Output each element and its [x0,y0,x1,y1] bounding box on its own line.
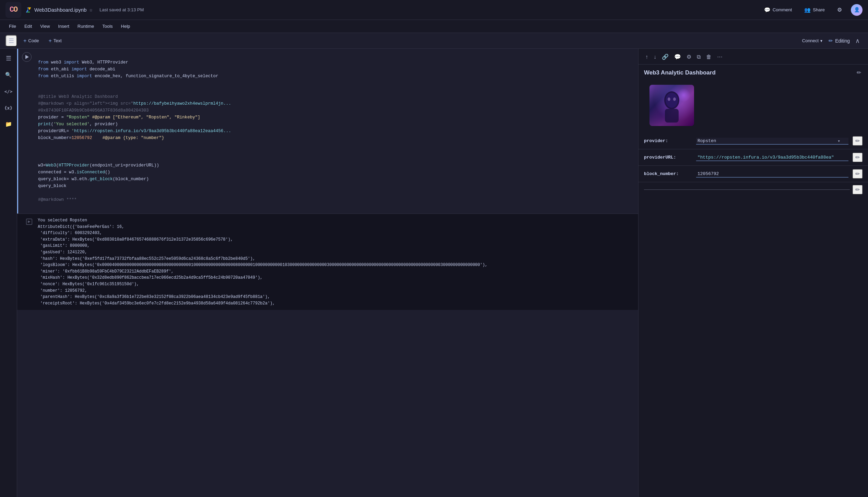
add-text-button[interactable]: + Text [45,36,65,46]
sidebar-files-icon[interactable]: 📁 [3,119,14,130]
output-line-14: 'receiptsRoot': HexBytes('0x4daf3459bc3e… [38,300,638,307]
divider-row: ✏ [638,182,868,197]
menu-file[interactable]: File [5,22,20,30]
output-line-7: 'hash': HexBytes('0xef5fd17faa73732fbfaa… [38,256,638,262]
menu-insert[interactable]: Insert [55,22,73,30]
panel-comment-button[interactable]: 💬 [673,52,682,61]
main-area: ☰ 🔍 </> {x} 📁 from web3 import Web3, HTT… [0,49,868,497]
toolbar-right: Connect ▾ ✏ Editing ∧ [799,36,863,46]
menu-runtime[interactable]: Runtime [74,22,97,30]
settings-button[interactable]: ⚙ [834,4,845,15]
output-line-5: 'gasLimit': 8000000, [38,243,638,249]
panel-move-up-button[interactable]: ↑ [644,53,649,61]
topbar: CO Web3Dashboard.ipynb ☆ Last saved at 3… [0,0,868,20]
blocknumber-edit-button[interactable]: ✏ [853,169,863,178]
provider-edit-button[interactable]: ✏ [853,136,863,146]
svg-point-4 [673,97,676,101]
share-button[interactable]: 👥 Share [801,5,828,15]
output-container: You selected Ropsten AttributeDict({'bas… [17,213,638,310]
output-line-3: 'difficulty': 6003292403, [38,230,638,236]
menu-edit[interactable]: Edit [21,22,35,30]
notebook-title-area: Web3Dashboard.ipynb ☆ Last saved at 3:13… [25,7,144,13]
svg-rect-5 [665,109,679,123]
output-line-1: You selected Ropsten [38,217,638,224]
panel-link-button[interactable]: 🔗 [660,52,670,61]
sidebar-variables-icon[interactable]: {x} [3,102,14,113]
blocknumber-input[interactable] [696,171,848,177]
colab-logo: CO [5,2,21,18]
menu-help[interactable]: Help [118,22,134,30]
form-divider [644,189,850,190]
comment-button[interactable]: 💬 💬 Comment [761,5,795,15]
panel-move-down-button[interactable]: ↓ [652,53,658,61]
cell-code-content[interactable]: from web3 import Web3, HTTPProvider from… [35,50,638,212]
menu-view[interactable]: View [37,22,53,30]
panel-title-row: Web3 Analytic Dashboard ✏ [638,65,868,81]
provider-select[interactable]: Ropsten Ethereum Rinkeby [696,138,848,145]
run-triangle-icon [25,55,29,59]
output-line-8: 'logsBloom': HexBytes('0x000040000000000… [38,262,638,268]
panel-copy-button[interactable]: ⧉ [695,53,702,61]
panel-settings-button[interactable]: ⚙ [685,52,693,61]
sidebar-code-icon[interactable]: </> [3,86,14,97]
panel-cell-toolbar: ↑ ↓ 🔗 💬 ⚙ ⧉ 🗑 ⋯ [644,52,724,61]
provider-select-wrapper: Ropsten Ethereum Rinkeby ▾ [696,138,848,145]
sidebar-toc-icon[interactable]: ☰ [3,53,14,64]
connect-label: Connect [802,38,819,43]
run-cell-button[interactable] [22,52,32,62]
panel-delete-button[interactable]: 🗑 [705,53,713,61]
star-icon[interactable]: ☆ [89,7,93,13]
add-code-button[interactable]: + Code [20,36,42,46]
save-status: Last saved at 3:13 PM [99,7,144,12]
providerurl-edit-button[interactable]: ✏ [853,153,863,162]
divider-edit-button[interactable]: ✏ [853,185,863,194]
plus-icon: + [23,38,26,44]
notebook-filename[interactable]: Web3Dashboard.ipynb [34,7,86,13]
collapse-panel-button[interactable]: ∧ [853,36,863,46]
comment-btn-label: Comment [773,7,792,12]
cells-column: from web3 import Web3, HTTPProvider from… [17,49,638,497]
output-line-2: AttributeDict({'baseFeePerGas': 16, [38,224,638,230]
connect-button[interactable]: Connect ▾ [799,36,826,45]
output-line-6: 'gasUsed': 1241220, [38,249,638,256]
topbar-right: 💬 💬 Comment 👥 Share ⚙ 👤 [761,4,863,16]
provider-row: provider: Ropsten Ethereum Rinkeby ▾ ✏ [638,133,868,149]
gear-icon: ⚙ [837,7,842,13]
output-icon-area [21,217,38,307]
output-line-4: 'extraData': HexBytes('0xd883010a0f84676… [38,236,638,243]
right-panel: ↑ ↓ 🔗 💬 ⚙ ⧉ 🗑 ⋯ Web3 Analytic Dashboard … [638,49,868,497]
logo-o1: O [13,5,17,14]
plus-text-icon: + [48,38,51,44]
output-line-9: 'miner': '0xfbb61B8b98a59FbC4bD79C23212A… [38,268,638,275]
share-btn-label: Share [813,7,825,12]
editing-pencil-icon: ✏ [829,38,833,44]
add-code-label: Code [28,38,39,43]
logo-c: C [10,5,13,14]
collapse-sidebar-button[interactable]: ☰ [5,35,17,47]
output-line-12: 'number': 12056792, [38,288,638,294]
left-sidebar: ☰ 🔍 </> {x} 📁 [0,49,17,497]
svg-point-2 [666,93,678,108]
cells-and-right: from web3 import Web3, HTTPProvider from… [17,49,868,497]
blocknumber-label: block_number: [644,171,692,176]
output-run-icon [25,218,33,226]
menu-tools[interactable]: Tools [99,22,116,30]
avatar[interactable]: 👤 [851,4,863,16]
editing-label: Editing [835,38,850,44]
panel-more-button[interactable]: ⋯ [716,52,724,61]
panel-header: ↑ ↓ 🔗 💬 ⚙ ⧉ 🗑 ⋯ [638,49,868,65]
sidebar-search-icon[interactable]: 🔍 [3,69,14,80]
blocknumber-row: block_number: ✏ [638,166,868,182]
panel-title: Web3 Analytic Dashboard [644,69,853,76]
providerurl-input[interactable] [696,154,848,161]
toolbar: ☰ + Code + Text Connect ▾ ✏ Editing ∧ [0,33,868,49]
provider-label: provider: [644,138,692,143]
menubar: File Edit View Insert Runtime Tools Help [0,20,868,33]
panel-title-edit-button[interactable]: ✏ [855,68,863,77]
code-cell-main: from web3 import Web3, HTTPProvider from… [17,49,638,213]
dashboard-image [649,85,694,126]
share-icon: 👥 [804,7,811,13]
comment-icon: 💬 [764,7,771,13]
providerurl-row: providerURL: ✏ [638,149,868,166]
add-text-label: Text [54,38,62,43]
